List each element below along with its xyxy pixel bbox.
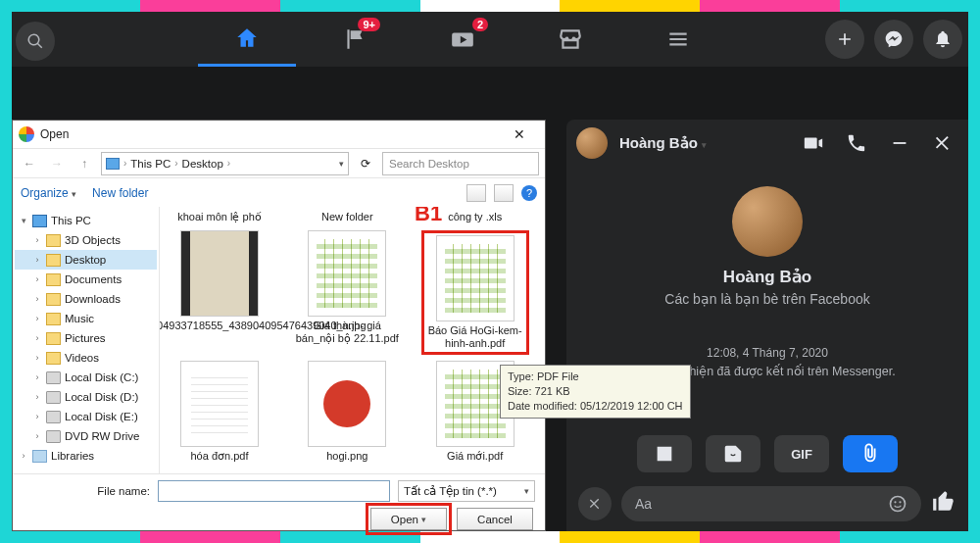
navigation-tree: ▾This PC ›3D Objects ›Desktop ›Documents… [13, 207, 160, 473]
breadcrumb-pc[interactable]: This PC [130, 158, 171, 170]
send-sticker-button[interactable] [706, 435, 760, 472]
chrome-icon [19, 126, 34, 142]
video-call-button[interactable] [798, 127, 829, 159]
thumbs-up-icon [931, 489, 956, 515]
close-icon [587, 496, 603, 512]
video-icon [803, 132, 824, 154]
tab-menu[interactable] [629, 12, 727, 67]
file-thumb [436, 235, 514, 321]
file-item[interactable]: 77017757_5720404933718555_43890409547643… [166, 230, 273, 355]
tab-watch[interactable]: 2 [414, 12, 512, 67]
file-thumb [180, 361, 259, 447]
close-chat-button[interactable] [927, 127, 958, 159]
search-input[interactable]: Search Desktop [382, 152, 539, 175]
messenger-icon [884, 29, 904, 49]
avatar[interactable] [576, 127, 608, 159]
send-gif-button[interactable]: GIF [774, 435, 829, 472]
pc-icon [106, 158, 120, 170]
dialog-title: Open [40, 127, 500, 141]
nav-up-button[interactable]: ↑ [74, 153, 95, 174]
facebook-topbar: 9+ 2 [12, 12, 968, 67]
watch-icon [450, 26, 475, 52]
send-like-button[interactable] [931, 489, 956, 518]
plus-icon [835, 29, 855, 49]
tree-3d-objects[interactable]: ›3D Objects [15, 230, 157, 250]
audio-call-button[interactable] [841, 127, 872, 159]
emoji-icon[interactable] [888, 494, 907, 514]
home-icon [234, 25, 260, 51]
new-folder-button[interactable]: New folder [92, 186, 148, 200]
file-item-selected[interactable]: Báo Giá HoGi-kem-hinh-anh.pdf [421, 230, 529, 355]
badge-pages: 9+ [358, 18, 380, 31]
file-item[interactable]: hogi.png [293, 361, 401, 463]
chat-header: Hoàng Bảo ▾ [566, 120, 968, 167]
decorative-frame-bottom [0, 531, 980, 543]
hamburger-icon [665, 26, 691, 52]
dialog-close-button[interactable]: ✕ [500, 122, 539, 147]
file-label: hogi.png [326, 450, 368, 463]
tab-marketplace[interactable] [521, 12, 619, 67]
messenger-button[interactable] [874, 20, 913, 59]
file-open-dialog: Open ✕ ← → ↑ › This PC › Desktop › ▾ ⟳ S… [12, 120, 546, 531]
tree-libraries[interactable]: ›Libraries [15, 446, 157, 466]
tree-disk-e[interactable]: ›Local Disk (E:) [15, 407, 157, 426]
file-item[interactable]: Giá thành- giá bán_nội bộ 22.11.pdf [293, 230, 401, 355]
svg-point-2 [899, 501, 901, 503]
chat-profile-avatar[interactable] [732, 186, 803, 257]
file-thumb [308, 230, 386, 317]
chat-profile-name: Hoàng Bảo [723, 267, 811, 287]
tab-home[interactable] [198, 12, 296, 67]
file-tooltip: Type: PDF File Size: 721 KB Date modifie… [500, 365, 691, 419]
address-bar[interactable]: › This PC › Desktop › ▾ [101, 152, 349, 175]
send-attachment-button[interactable] [843, 435, 898, 472]
organize-menu[interactable]: Organize ▾ [21, 186, 76, 200]
chat-header-name[interactable]: Hoàng Bảo ▾ [619, 134, 786, 152]
minimize-chat-button[interactable] [884, 127, 915, 159]
refresh-button[interactable]: ⟳ [355, 153, 376, 174]
tree-music[interactable]: ›Music [15, 309, 157, 328]
filename-input[interactable] [158, 480, 390, 502]
phone-icon [846, 132, 867, 154]
collapse-input-button[interactable] [578, 487, 612, 520]
send-photo-button[interactable] [637, 435, 692, 472]
tree-pictures[interactable]: ›Pictures [15, 328, 157, 348]
preview-pane-button[interactable] [494, 184, 514, 202]
file-label: Báo Giá HoGi-kem-hinh-anh.pdf [426, 324, 524, 350]
svg-point-1 [894, 501, 896, 503]
nav-forward-button[interactable]: → [46, 153, 68, 174]
file-label: hóa đơn.pdf [191, 450, 249, 463]
message-input[interactable]: Aa [621, 486, 921, 521]
marketplace-icon [558, 26, 583, 52]
breadcrumb-desktop[interactable]: Desktop [182, 158, 223, 170]
tree-desktop[interactable]: ›Desktop [15, 250, 157, 270]
file-header-1[interactable]: khoai môn lệ phố [166, 211, 273, 224]
tree-disk-c[interactable]: ›Local Disk (C:) [15, 368, 157, 387]
nav-back-button[interactable]: ← [19, 153, 40, 174]
search-button[interactable] [16, 22, 55, 61]
tree-dvd[interactable]: ›DVD RW Drive [15, 426, 157, 446]
image-icon [654, 443, 675, 465]
tree-disk-d[interactable]: ›Local Disk (D:) [15, 387, 157, 407]
search-icon [26, 32, 44, 50]
chat-timestamp: 12:08, 4 Tháng 7, 2020 [707, 346, 828, 360]
chat-friend-status: Các bạn là bạn bè trên Facebook [664, 291, 869, 307]
tree-documents[interactable]: ›Documents [15, 270, 157, 289]
create-button[interactable] [825, 20, 864, 59]
file-header-2[interactable]: New folder [293, 211, 401, 224]
tree-this-pc[interactable]: ▾This PC [15, 211, 157, 230]
help-button[interactable]: ? [521, 185, 537, 201]
file-thumb [308, 361, 386, 447]
cancel-button[interactable]: Cancel [457, 508, 533, 530]
filetype-select[interactable]: Tất cả Tệp tin (*.*)▾ [398, 480, 535, 502]
notifications-button[interactable] [923, 20, 962, 59]
tree-downloads[interactable]: ›Downloads [15, 289, 157, 309]
file-item[interactable]: hóa đơn.pdf [166, 361, 273, 463]
paperclip-icon [859, 443, 881, 465]
tree-videos[interactable]: ›Videos [15, 348, 157, 368]
dialog-titlebar[interactable]: Open ✕ [13, 121, 545, 148]
view-mode-button[interactable] [466, 184, 486, 202]
decorative-frame-right [968, 0, 980, 543]
tab-pages[interactable]: 9+ [306, 12, 404, 67]
open-button[interactable]: Open ▾ [370, 508, 447, 530]
bell-icon [933, 29, 953, 49]
